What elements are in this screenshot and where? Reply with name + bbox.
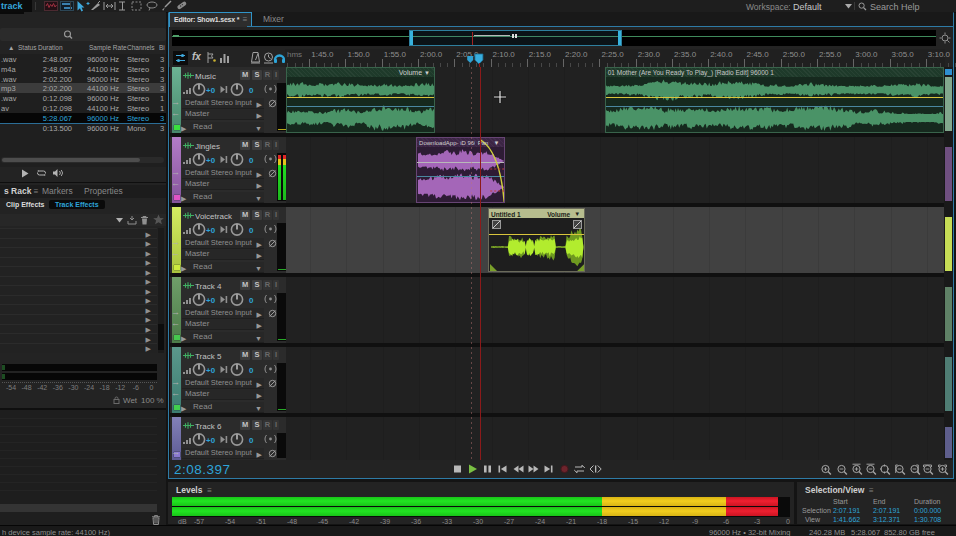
- track-content-track-5[interactable]: [286, 347, 944, 413]
- pan-knob[interactable]: [220, 363, 248, 376]
- effects-bypass-icon[interactable]: [268, 449, 277, 458]
- automation-expand-icon[interactable]: ▶: [181, 264, 186, 274]
- volume-knob[interactable]: [182, 293, 208, 306]
- track-effects-button[interactable]: Track Effects: [49, 200, 105, 209]
- effects-slots-scrollbar[interactable]: [158, 228, 164, 353]
- navigator-track-segment[interactable]: [945, 217, 952, 271]
- effects-bypass-icon[interactable]: [268, 239, 277, 248]
- mute-button[interactable]: M: [240, 280, 250, 290]
- solo-button[interactable]: S: [252, 70, 262, 80]
- solo-button[interactable]: S: [252, 210, 262, 220]
- automation-expand-icon[interactable]: ▶: [181, 334, 186, 344]
- search-help-label[interactable]: Search Help: [870, 2, 920, 12]
- automation-mode-value[interactable]: Read: [193, 122, 212, 132]
- files-column-headers[interactable]: ▲ Status Duration Sample Rate Channels B…: [0, 43, 166, 53]
- monitor-input-button[interactable]: I: [273, 280, 279, 290]
- track-output-value[interactable]: Master: [185, 319, 209, 329]
- mute-button[interactable]: M: [240, 210, 250, 220]
- solo-button[interactable]: S: [252, 280, 262, 290]
- selection-end-value[interactable]: 2:07.191: [873, 507, 900, 514]
- track-header-jingles[interactable]: JinglesMSRI+00→Default Stereo Input▶←Mas…: [170, 137, 286, 203]
- automation-mode-value[interactable]: Read: [193, 262, 212, 272]
- multitrack-view-button[interactable]: track: [0, 0, 32, 12]
- mute-button[interactable]: M: [240, 350, 250, 360]
- volume-value[interactable]: +0: [206, 226, 215, 235]
- pan-value[interactable]: 0: [249, 86, 253, 95]
- file-row[interactable]: av0:12.09844100 HzStereo1: [0, 103, 166, 113]
- zoom-full-button[interactable]: [936, 463, 950, 476]
- column-header-duration[interactable]: Duration: [38, 44, 63, 51]
- file-row[interactable]: m4a2:48.06744100 HzStereo3: [0, 64, 166, 74]
- track-content-voicetrack[interactable]: Untitled 1Volume▼: [286, 207, 944, 273]
- zoom-in-point-button[interactable]: [893, 463, 907, 476]
- effect-slot[interactable]: ▶: [0, 343, 157, 354]
- automation-expand-icon[interactable]: ▶: [181, 124, 186, 134]
- track-automation-row[interactable]: ▶Read▼: [190, 262, 264, 273]
- track-input-row[interactable]: →Default Stereo Input▶: [182, 98, 264, 109]
- track-output-row[interactable]: ←Master▶: [182, 249, 264, 260]
- navigator-track-segment[interactable]: [945, 77, 952, 131]
- fx-icon[interactable]: fx: [192, 51, 201, 62]
- timeline-ruler[interactable]: hms 1:45.01:50.01:55.02:00.02:05.02:10.0…: [285, 49, 945, 68]
- track-name[interactable]: Track 6: [195, 422, 221, 431]
- track-input-row[interactable]: →Default Stereo Input▶: [182, 308, 264, 319]
- track-content-track-4[interactable]: [286, 277, 944, 343]
- mute-button[interactable]: M: [240, 140, 250, 150]
- track-automation-row[interactable]: ▶Read▼: [190, 192, 264, 203]
- arm-record-button[interactable]: R: [263, 350, 272, 360]
- delete-preset-icon[interactable]: [140, 215, 149, 225]
- chevron-down-icon[interactable]: ▼: [493, 140, 499, 146]
- view-duration-value[interactable]: 1:30.708: [914, 516, 941, 523]
- arm-record-button[interactable]: R: [263, 70, 272, 80]
- monitor-input-button[interactable]: I: [273, 350, 279, 360]
- save-preset-icon[interactable]: [127, 215, 137, 225]
- column-header-sample-rate[interactable]: Sample Rate: [89, 44, 127, 51]
- sum-to-mono-icon[interactable]: [264, 364, 277, 374]
- track-output-value[interactable]: Master: [185, 179, 209, 189]
- audio-clip-music[interactable]: Volume ▼: [286, 67, 435, 133]
- track-header-track-6[interactable]: Track 6MSRI+00→Default Stereo Input▶←Mas…: [170, 417, 286, 460]
- monitor-input-button[interactable]: I: [273, 210, 279, 220]
- track-output-row[interactable]: ←Master▶: [182, 109, 264, 120]
- file-row[interactable]: .wav0:12.09896000 HzStereo1: [0, 93, 166, 103]
- pan-knob[interactable]: [220, 433, 248, 446]
- clip-envelope-label[interactable]: Volume: [399, 69, 422, 76]
- file-row[interactable]: .wav2:02.20096000 HzStereo3: [0, 74, 166, 84]
- preset-dropdown-icon[interactable]: [116, 218, 123, 223]
- viewport-right-handle[interactable]: [618, 31, 621, 45]
- automation-expand-icon[interactable]: ▶: [181, 194, 186, 204]
- file-row[interactable]: mp32:02.20044100 HzStereo3: [0, 83, 166, 93]
- marquee-selection-tool-icon[interactable]: [131, 1, 142, 11]
- navigator-track-segment[interactable]: [945, 287, 952, 341]
- navigator-segments[interactable]: [945, 67, 952, 460]
- track-name[interactable]: Track 4: [195, 282, 221, 291]
- arm-record-button[interactable]: R: [263, 140, 272, 150]
- chevron-down-icon[interactable]: ▼: [424, 70, 430, 76]
- session-overview-bar[interactable]: [172, 30, 936, 46]
- metronome-icon[interactable]: [250, 51, 261, 64]
- automation-mode-value[interactable]: Read: [193, 332, 212, 342]
- file-row[interactable]: 0:13.50096000 HzMono3: [0, 123, 166, 133]
- audio-clip-jingle[interactable]: DownloadApp- iD 96000 1Pan▼: [416, 137, 505, 203]
- volume-knob[interactable]: [182, 83, 208, 96]
- arm-record-button[interactable]: R: [263, 420, 272, 430]
- arm-record-button[interactable]: R: [263, 280, 272, 290]
- track-output-value[interactable]: Master: [185, 389, 209, 399]
- track-content-jingles[interactable]: DownloadApp- iD 96000 1Pan▼: [286, 137, 944, 203]
- mixer-toggle-icon[interactable]: [173, 51, 188, 65]
- column-header-channels[interactable]: Channels: [127, 44, 154, 51]
- track-automation-row[interactable]: ▶Read▼: [190, 402, 264, 413]
- paintbrush-tool-icon[interactable]: [161, 1, 172, 11]
- fade-out-handle[interactable]: [573, 220, 582, 229]
- automation-mode-value[interactable]: Read: [193, 192, 212, 202]
- track-input-value[interactable]: Default Stereo Input: [185, 378, 252, 388]
- track-name[interactable]: Voicetrack: [195, 212, 232, 221]
- effects-bypass-icon[interactable]: [268, 379, 277, 388]
- track-output-row[interactable]: ←Master▶: [182, 389, 264, 400]
- track-automation-row[interactable]: ▶Read▼: [190, 122, 264, 133]
- solo-button[interactable]: S: [252, 140, 262, 150]
- track-input-row[interactable]: →Default Stereo Input▶: [182, 168, 264, 179]
- mute-button[interactable]: M: [240, 70, 250, 80]
- files-horizontal-scrollbar[interactable]: [1, 157, 164, 163]
- move-tool-icon[interactable]: [76, 1, 89, 12]
